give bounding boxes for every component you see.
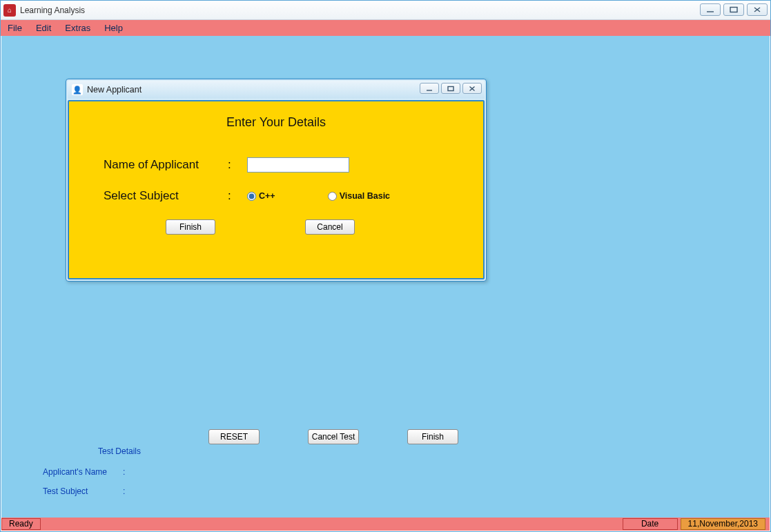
svg-rect-5 <box>448 86 453 90</box>
minimize-icon <box>425 86 433 92</box>
subject-radio-group: C++ Visual Basic <box>247 191 390 201</box>
dialog-title: New Applicant <box>87 85 141 95</box>
maximize-icon <box>729 6 739 13</box>
name-row: Name of Applicant : <box>90 157 462 173</box>
radio-cpp-label: C++ <box>259 191 275 201</box>
subject-radio-cpp[interactable]: C++ <box>247 191 275 201</box>
maximize-icon <box>447 86 455 92</box>
colon: : <box>123 486 125 496</box>
main-window: ⌂ Learning Analysis File Edit Extras Hel… <box>0 0 771 532</box>
applicant-name-input[interactable] <box>247 157 349 173</box>
dialog-window-controls <box>420 83 482 94</box>
bottom-finish-button[interactable]: Finish <box>407 429 458 444</box>
menubar: File Edit Extras Help <box>1 20 770 36</box>
status-date-value: 11,November,2013 <box>681 518 765 530</box>
app-title: Learning Analysis <box>20 6 85 15</box>
cancel-test-button[interactable]: Cancel Test <box>308 429 359 444</box>
subject-radio-vb[interactable]: Visual Basic <box>328 191 390 201</box>
colon: : <box>123 467 125 477</box>
subject-row: Select Subject : C++ Visual Basic <box>90 189 462 203</box>
user-icon: 👤 <box>72 84 83 95</box>
minimize-button[interactable] <box>700 3 721 16</box>
reset-button[interactable]: RESET <box>208 429 260 444</box>
colon: : <box>228 189 247 203</box>
dialog-titlebar[interactable]: 👤 New Applicant <box>68 81 485 99</box>
test-subject-row: Test Subject : <box>43 486 141 496</box>
dialog-heading: Enter Your Details <box>90 115 462 130</box>
name-label: Name of Applicant <box>90 158 228 172</box>
status-date-label: Date <box>623 518 678 530</box>
dialog-close-button[interactable] <box>462 83 482 94</box>
subject-label: Select Subject <box>90 189 228 203</box>
dialog-body: Enter Your Details Name of Applicant : S… <box>68 100 485 279</box>
close-icon <box>468 86 476 92</box>
applicant-name-label: Applicant's Name <box>43 467 119 477</box>
svg-rect-1 <box>730 8 737 12</box>
test-subject-label: Test Subject <box>43 486 119 496</box>
minimize-icon <box>705 6 715 13</box>
dialog-finish-button[interactable]: Finish <box>166 219 215 235</box>
test-details-panel: Test Details Applicant's Name : Test Sub… <box>43 446 141 506</box>
bottom-button-row: RESET Cancel Test Finish <box>208 429 458 444</box>
radio-cpp-input[interactable] <box>247 192 256 201</box>
maximize-button[interactable] <box>723 3 744 16</box>
applicant-name-row: Applicant's Name : <box>43 467 141 477</box>
status-ready: Ready <box>1 518 41 530</box>
radio-vb-label: Visual Basic <box>340 191 390 201</box>
statusbar: Ready Date 11,November,2013 <box>1 518 770 531</box>
client-area: 👤 New Applicant Enter Your Details <box>1 36 770 531</box>
dialog-cancel-button[interactable]: Cancel <box>305 219 355 235</box>
radio-vb-input[interactable] <box>328 192 337 201</box>
close-button[interactable] <box>747 3 768 16</box>
dialog-button-row: Finish Cancel <box>90 219 462 235</box>
titlebar[interactable]: ⌂ Learning Analysis <box>1 1 770 20</box>
close-icon <box>752 6 762 13</box>
menu-extras[interactable]: Extras <box>65 23 90 33</box>
menu-help[interactable]: Help <box>104 23 123 33</box>
new-applicant-dialog: 👤 New Applicant Enter Your Details <box>66 79 487 282</box>
dialog-minimize-button[interactable] <box>420 83 439 94</box>
dialog-maximize-button[interactable] <box>441 83 460 94</box>
colon: : <box>228 158 247 172</box>
menu-file[interactable]: File <box>8 23 22 33</box>
menu-edit[interactable]: Edit <box>36 23 51 33</box>
app-icon: ⌂ <box>3 4 16 17</box>
test-details-title: Test Details <box>98 446 141 456</box>
window-controls <box>700 3 768 16</box>
